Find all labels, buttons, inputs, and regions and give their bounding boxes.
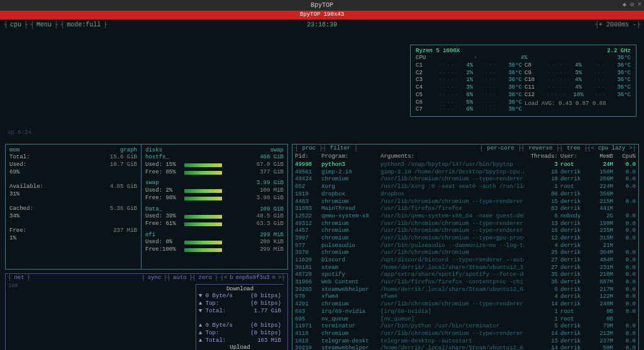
- disk-item: hostfs_468 GiB Used: 15%67.0 GiB Free: 8…: [145, 154, 284, 176]
- proc-header: Pid: Program: Arguments: Threads: User: …: [292, 153, 638, 161]
- proc-panel: ┤proc├┤ filter├ ┤per-core├┤ reverse├┤ tr…: [292, 144, 639, 350]
- mem-disk-panel: memgraph Total:15.6 GiB Used:10.7 GiB 69…: [5, 144, 288, 270]
- proc-row[interactable]: 977 pulseaudio /usr/bin/pulseaudio --dae…: [292, 243, 638, 250]
- net-sync-button[interactable]: sync: [148, 275, 162, 282]
- cpu-core-line: C5·····6%···36°C: [416, 92, 522, 99]
- cpu-core-line: C12·····10%···36°C: [525, 92, 631, 99]
- proc-row[interactable]: 4457 chromium /usr/lib/chromium/chromium…: [292, 227, 638, 235]
- window-titlebar: BpyTOP ◆ ⊘ ×: [0, 0, 644, 11]
- proc-row[interactable]: 3997 chromium /usr/lib/chromium/chromium…: [292, 235, 638, 243]
- top-menu-bar: ┤cpu├ ┤Menu├ ┤mode:full├ 23:16:39 ┤+ 200…: [0, 19, 644, 30]
- proc-row[interactable]: 4118 chromium /usr/lib/chromium/chromium…: [292, 331, 638, 338]
- proc-row[interactable]: 31893 MainThread /usr/lib/firefox/firefo…: [292, 205, 638, 213]
- uptime: up 6:24: [8, 129, 31, 137]
- cpu-name: Ryzen 5 1600X: [416, 48, 460, 55]
- proc-row[interactable]: 49424 chromium /usr/lib/chromium/chromiu…: [292, 176, 638, 183]
- interval-plus-button[interactable]: +: [599, 21, 602, 28]
- cpu-core-line: C11·····4%···36°C: [525, 84, 631, 92]
- proc-filter-button[interactable]: filter: [330, 145, 350, 153]
- proc-sort-button[interactable]: cpu lazy: [598, 145, 625, 153]
- cpu-core-line: C7·····6%···36°C: [416, 106, 522, 114]
- proc-percore-button[interactable]: per-core: [487, 145, 514, 153]
- clock: 23:16:39: [307, 21, 337, 29]
- proc-tree-button[interactable]: tree: [567, 145, 580, 153]
- proc-row[interactable]: 31966 Web Content /usr/lib/firefox/firef…: [292, 279, 638, 287]
- cpu-core-line: C3·····1%···36°C: [416, 77, 522, 84]
- interval-value: 2000ms: [606, 21, 629, 28]
- proc-row[interactable]: 1018 telegram-deskt telegram-desktop -au…: [292, 338, 638, 346]
- disk-item: Data_109 GiB Used: 39%40.5 GiB Free: 61%…: [145, 206, 284, 228]
- proc-row[interactable]: 3970 chromium /usr/lib/chromium/chromium…: [292, 249, 638, 257]
- cpu-core-line: C2·····2%···36°C: [416, 70, 522, 77]
- cpu-core-line: C6·····5%···36°C: [416, 99, 522, 107]
- window-title: BpyTOP: [311, 2, 333, 9]
- cpu-core-line: C9·····3%···36°C: [525, 70, 631, 77]
- proc-row[interactable]: 12522 qemu-system-x8 /usr/bin/qemu-syste…: [292, 213, 638, 221]
- proc-row[interactable]: 11020 Discord /opt/discord/Discord --typ…: [292, 257, 638, 265]
- proc-row[interactable]: 49312 chromium /usr/lib/chromium/chromiu…: [292, 221, 638, 228]
- menu-button[interactable]: Menu: [36, 21, 52, 29]
- proc-row[interactable]: 4291 chromium /usr/lib/chromium/chromium…: [292, 301, 638, 309]
- proc-row[interactable]: 4483 chromium /usr/lib/chromium/chromium…: [292, 199, 638, 206]
- proc-row[interactable]: 39203 steamwebhelper /home/derrik/.local…: [292, 287, 638, 294]
- cpu-core-line: C1·····4%···36°C: [416, 62, 522, 70]
- cpu-ghz: 2.2 GHz: [607, 48, 631, 55]
- proc-row[interactable]: 695 nv_queue [nv_queue] 1 root 0B: [292, 316, 638, 324]
- proc-row[interactable]: 48728 spotify /app/extra/share/spotify/s…: [292, 271, 638, 279]
- load-avg: Load AVG: 0.43 0.87 0.88: [525, 101, 631, 108]
- net-zero-button[interactable]: zero: [199, 275, 213, 282]
- proc-row[interactable]: 652 Xorg /usr/lib/Xorg :0 -seat seat0 -a…: [292, 183, 638, 191]
- cpu-core-line: C10·····4%···36°C: [525, 77, 631, 84]
- cpu-core-line: C4·····3%···36°C: [416, 84, 522, 92]
- net-auto-button[interactable]: auto: [173, 275, 187, 282]
- net-stats: Download ▼ 0 Byte/s(0 bitps)▲ Top:(0 bit…: [196, 284, 284, 350]
- disk-item: swap3.99 GiB Used: 2%100 MiB Free: 98%3.…: [145, 180, 284, 202]
- proc-row[interactable]: 49561 gimp-2.10 gimp-2.10 /home/derrik/D…: [292, 169, 638, 177]
- window-subtitle: BpyTOP 190x43: [0, 11, 644, 19]
- proc-row[interactable]: 39210 steamwebhelper /home/derrik/.local…: [292, 345, 638, 350]
- net-panel: ┤net├ ┤ sync├┤ auto├┤ zero├ ┤<b enp8s0f3…: [5, 273, 288, 350]
- proc-row[interactable]: 39181 steam /home/derrik/.local/share/St…: [292, 265, 638, 272]
- proc-row[interactable]: 11971 terminator /usr/bin/python /usr/bi…: [292, 323, 638, 331]
- mode-button[interactable]: mode:full: [67, 21, 101, 29]
- proc-reverse-button[interactable]: reverse: [529, 145, 553, 153]
- proc-row[interactable]: 49998 python3 python3 /snap/bpytop/147/u…: [292, 161, 638, 169]
- proc-row[interactable]: 1019 dropbox dropbox 86 derrik 356M: [292, 191, 638, 199]
- proc-row[interactable]: 970 xfwm4 xfwm4 4 derrik 122M 0.0: [292, 293, 638, 301]
- disk-item: efi299 MiB Used: 0%200 KiB Free:100%299 …: [145, 232, 284, 254]
- window-controls[interactable]: ◆ ⊘ ×: [623, 1, 641, 9]
- cpu-tab-button[interactable]: cpu: [10, 21, 21, 29]
- cpu-core-line: C8·····4%···36°C: [525, 62, 631, 70]
- net-iface: enp8s0f3u3: [236, 275, 270, 282]
- cpu-panel: Ryzen 5 1600X 2.2 GHz CPU ▪ 4% 36°C C1··…: [410, 45, 636, 117]
- proc-row[interactable]: 693 irq/69-nvidia [irq/69-nvidia] 1 root…: [292, 309, 638, 316]
